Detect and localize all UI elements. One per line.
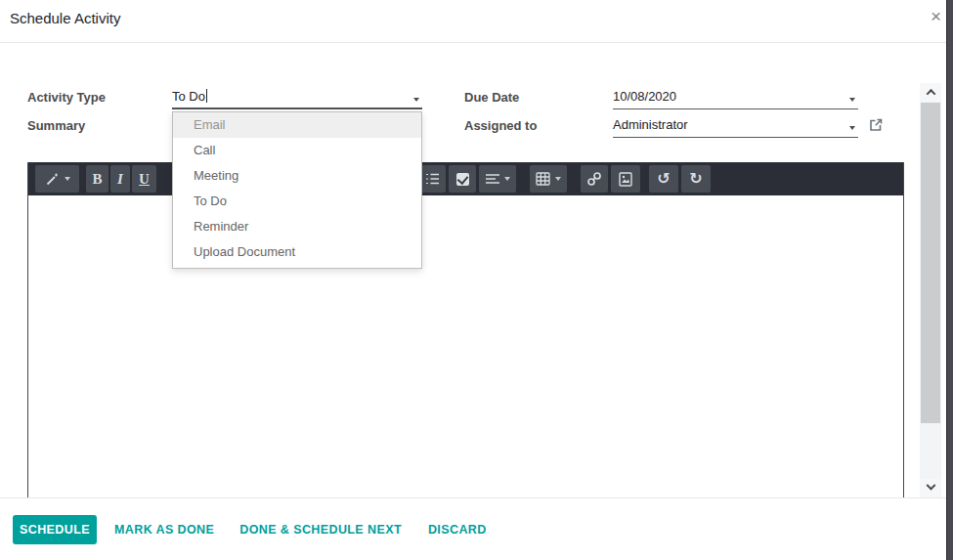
paragraph-align-button[interactable] xyxy=(479,165,516,193)
assigned-to-label: Assigned to xyxy=(464,118,537,133)
image-button[interactable] xyxy=(611,165,640,193)
activity-type-input[interactable]: To Do xyxy=(172,85,422,109)
dropdown-item-call[interactable]: Call xyxy=(173,138,421,163)
undo-button[interactable]: ↺ xyxy=(649,165,678,193)
ordered-list-icon xyxy=(425,172,440,186)
magic-wand-icon xyxy=(45,172,60,187)
redo-button[interactable]: ↻ xyxy=(681,165,711,193)
header-divider xyxy=(0,42,946,43)
summary-label: Summary xyxy=(27,118,85,133)
external-link-icon[interactable] xyxy=(868,117,884,133)
link-icon xyxy=(586,171,602,187)
discard-button[interactable]: DISCARD xyxy=(428,523,487,537)
done-and-schedule-next-button[interactable]: DONE & SCHEDULE NEXT xyxy=(239,523,402,537)
dropdown-item-reminder[interactable]: Reminder xyxy=(173,214,421,239)
chevron-down-icon[interactable] xyxy=(849,126,855,130)
chevron-down-icon xyxy=(555,177,561,181)
due-date-value: 10/08/2020 xyxy=(613,89,676,104)
page-edge-strip xyxy=(946,0,953,560)
scroll-down-button[interactable] xyxy=(920,479,941,497)
page-title: Schedule Activity xyxy=(10,10,120,26)
chevron-down-icon xyxy=(926,481,935,491)
scroll-up-button[interactable] xyxy=(920,83,941,102)
assigned-to-input[interactable]: Administrator xyxy=(613,113,858,138)
style-magic-wand-button[interactable] xyxy=(35,165,79,193)
editor-toolbar: B I U xyxy=(28,162,903,195)
chevron-down-icon xyxy=(65,177,70,181)
dropdown-item-meeting[interactable]: Meeting xyxy=(173,163,421,189)
link-button[interactable] xyxy=(581,165,608,193)
chevron-up-icon xyxy=(926,89,935,99)
assigned-to-value: Administrator xyxy=(613,117,688,132)
due-date-label: Due Date xyxy=(464,90,519,105)
checkbox-icon xyxy=(456,173,469,186)
text-cursor xyxy=(206,89,207,103)
schedule-activity-modal: Schedule Activity × Activity Type Summar… xyxy=(0,0,953,560)
image-icon xyxy=(619,172,632,187)
italic-button[interactable]: I xyxy=(110,165,130,193)
underline-button[interactable]: U xyxy=(132,165,156,193)
activity-type-value: To Do xyxy=(172,89,205,104)
due-date-input[interactable]: 10/08/2020 xyxy=(613,85,858,109)
ordered-list-button[interactable] xyxy=(419,165,446,193)
table-button[interactable] xyxy=(530,165,567,193)
schedule-button[interactable]: SCHEDULE xyxy=(13,515,97,544)
align-left-icon xyxy=(486,173,499,186)
table-icon xyxy=(536,172,550,186)
activity-type-dropdown: Email Call Meeting To Do Reminder Upload… xyxy=(172,111,422,269)
dropdown-item-upload-document[interactable]: Upload Document xyxy=(173,239,421,265)
chevron-down-icon[interactable] xyxy=(849,98,855,102)
chevron-down-icon xyxy=(504,177,510,181)
modal-footer: SCHEDULE MARK AS DONE DONE & SCHEDULE NE… xyxy=(0,497,946,560)
checklist-button[interactable] xyxy=(449,165,476,193)
mark-as-done-button[interactable]: MARK AS DONE xyxy=(114,523,214,537)
vertical-scrollbar[interactable] xyxy=(920,83,941,497)
scrollbar-thumb[interactable] xyxy=(921,103,940,423)
dropdown-item-todo[interactable]: To Do xyxy=(173,189,421,214)
bold-button[interactable]: B xyxy=(86,165,108,193)
editor-content-area[interactable] xyxy=(28,195,903,497)
dropdown-item-email[interactable]: Email xyxy=(173,112,421,138)
activity-type-label: Activity Type xyxy=(27,90,106,105)
chevron-down-icon[interactable] xyxy=(413,98,419,102)
rich-text-editor: B I U xyxy=(27,162,904,497)
close-icon[interactable]: × xyxy=(931,6,941,27)
